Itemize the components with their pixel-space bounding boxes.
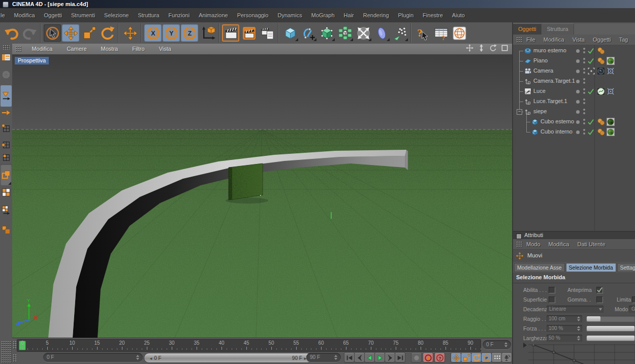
visibility-render-dot[interactable] [583,51,585,53]
menu-item-mograph[interactable]: MoGraph [307,8,339,22]
menu-item-tag[interactable]: Tag [615,35,632,45]
object-mode-button[interactable] [1,221,12,239]
visibility-editor-dot[interactable] [583,48,585,50]
maximize-view-button[interactable] [500,45,509,53]
palette-grip[interactable] [3,45,10,50]
menu-item-file[interactable]: File [522,35,539,45]
menu-item-selezione[interactable]: Selezione [100,8,133,22]
object-name[interactable]: Camera [533,68,553,74]
menu-item-modifica[interactable]: Modifica [539,35,568,45]
raggio-slider[interactable] [586,316,635,322]
phong-tag-icon[interactable] [597,128,605,136]
view-label[interactable]: Prospettiva [15,57,49,64]
menu-item-animazione[interactable]: Animazione [194,8,232,22]
prev-key-button[interactable] [355,353,364,362]
visibility-render-dot[interactable] [583,61,585,63]
ruler-frame-field[interactable]: 0 F [483,340,511,349]
add-deformer-button[interactable] [355,24,372,42]
visibility-render-dot[interactable] [583,133,585,135]
target-tag-icon[interactable] [607,87,615,95]
menu-item-plugin[interactable]: Plugin [394,8,419,22]
help-button[interactable]: ? [414,24,431,42]
visibility-editor-dot[interactable] [583,129,585,131]
add-spline-button[interactable] [300,24,317,42]
camera-lens-tag-icon[interactable] [597,67,605,75]
texture-mode-button[interactable] [1,186,12,199]
menu-item-finestre[interactable]: Finestre [418,8,448,22]
panel-grip[interactable] [516,37,522,43]
render-view-button[interactable] [222,24,239,42]
phong-tag-icon[interactable] [597,47,605,55]
viewport-grip[interactable] [15,46,21,52]
rotate-view-view-button[interactable] [489,45,497,53]
lock-y-axis-button[interactable]: Y [163,24,180,42]
layer-dot[interactable] [576,49,580,53]
visibility-editor-dot[interactable] [583,78,585,80]
visibility-render-dot[interactable] [583,102,585,104]
visibility-editor-dot[interactable] [583,119,585,121]
object-row-camera-target-1[interactable]: Camera.Target.1 [513,76,635,86]
sound-button[interactable] [502,353,512,362]
light-material-tag-icon[interactable] [597,87,605,95]
title-bar[interactable]: CINEMA 4D - [siepe mia.c4d] [0,0,635,8]
pan-view-button[interactable] [465,45,474,53]
key-parameter-button[interactable]: P [482,353,491,362]
layer-dot[interactable] [576,80,580,83]
autokey-help-button[interactable]: ? [435,353,444,362]
move-tool-button[interactable] [62,24,79,42]
record-off-button[interactable] [411,353,421,362]
phong-tag-icon[interactable] [597,118,605,126]
current-frame-field[interactable]: 0 F [43,353,143,362]
visibility-render-dot[interactable] [583,112,585,114]
limita-checkbox[interactable] [632,296,635,303]
menu-item-camere[interactable]: Camere [59,44,93,54]
goto-start-button[interactable] [344,353,354,362]
add-modeling-object-button[interactable] [336,24,354,42]
spinner-icon[interactable] [332,355,337,360]
texture-axis-mode-button[interactable] [1,200,12,221]
menu-item-vista[interactable]: Vista [568,35,589,45]
menu-item-le[interactable]: le [0,8,10,22]
menu-item-oggetti[interactable]: Oggetti [40,8,67,22]
render-picture-viewer-button[interactable] [240,24,258,42]
object-name[interactable]: siepe [533,108,547,114]
object-name[interactable]: Cubo esterno [541,118,574,124]
gomma-checkbox[interactable] [596,296,603,303]
object-name[interactable]: Camera.Target.1 [533,78,575,84]
spinner-icon[interactable] [575,325,580,332]
end-frame-field[interactable]: 90 F [306,353,341,362]
menu-item-modifica[interactable]: Modifica [10,8,40,22]
add-nurbs-button[interactable] [318,24,335,42]
expand-toggle[interactable]: − [517,109,522,115]
add-particles-button[interactable] [391,24,408,42]
visibility-render-dot[interactable] [583,122,585,124]
tab-modellazione-asse[interactable]: Modellazione Asse [514,263,565,272]
expand-triangle-icon[interactable] [523,343,527,348]
section-header[interactable]: Selezione Morbida [513,273,635,283]
layer-dot[interactable] [576,120,580,124]
falloff-curve-graph[interactable] [528,344,635,364]
menu-item-modo[interactable]: Modo [522,239,545,249]
object-row-luce[interactable]: Luce [513,86,635,96]
make-editable-button[interactable] [1,85,12,107]
layer-dot[interactable] [576,130,580,134]
add-primitive-button[interactable] [281,24,299,42]
enabled-check-icon[interactable] [587,118,594,125]
visibility-render-dot[interactable] [583,72,585,74]
menu-item-funzioni[interactable]: Funzioni [164,8,195,22]
object-name[interactable]: Luce.Target.1 [533,98,567,104]
menu-item-vista[interactable]: Vista [152,44,178,54]
model-mode-button[interactable] [1,164,12,185]
menu-item-hair[interactable]: Hair [339,8,359,22]
key-pla-button[interactable] [492,353,501,362]
forza-slider[interactable] [586,325,635,332]
larghezza-slider[interactable] [586,335,635,341]
menu-item-dati-utente[interactable]: Dati Utente [574,239,610,249]
menu-item-filtro[interactable]: Filtro [125,44,151,54]
3d-viewport[interactable]: Prospettiva [12,54,512,339]
tab-struttura[interactable]: Struttura [542,23,574,35]
larghezza-field[interactable]: 50 % [547,335,582,342]
point-mode-button[interactable] [1,119,12,138]
key-rotation-button[interactable] [471,353,481,362]
play-backward-button[interactable] [365,353,374,362]
